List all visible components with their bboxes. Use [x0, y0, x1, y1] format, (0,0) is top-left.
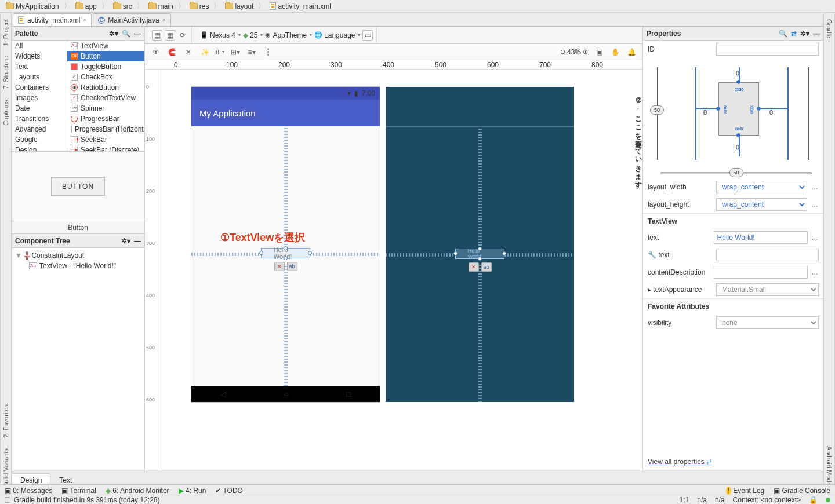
- widget-seekbar-d[interactable]: ┄●SeekBar (Discrete): [67, 145, 144, 151]
- widget-seekbar[interactable]: —●SeekBar: [67, 134, 144, 145]
- gear-icon[interactable]: ✲▾: [800, 30, 809, 38]
- more-icon[interactable]: …: [811, 268, 819, 276]
- selected-textview-bp[interactable]: Hello World!: [455, 249, 504, 259]
- device-preview[interactable]: ▾▮7:00 My Application Hello World! ✕ ab: [191, 87, 380, 402]
- crumb[interactable]: layout: [223, 2, 256, 10]
- widget-progressbar[interactable]: ProgressBar: [67, 114, 144, 124]
- selected-textview[interactable]: Hello World!: [261, 248, 310, 258]
- widget-radiobutton[interactable]: ◉RadioButton: [67, 82, 144, 93]
- widget-checkbox[interactable]: ✓CheckBox: [67, 72, 144, 82]
- text-tools-input[interactable]: [716, 249, 819, 261]
- palette-cat[interactable]: Layouts: [12, 72, 67, 82]
- crumb[interactable]: MyApplication: [3, 2, 61, 10]
- clear-constraints-icon[interactable]: ✕: [183, 47, 194, 57]
- design-surface-btn[interactable]: ▤: [152, 30, 162, 41]
- contentdescription-input[interactable]: [714, 266, 808, 279]
- palette-cat[interactable]: Widgets: [12, 51, 67, 61]
- delete-constraint-icon[interactable]: ✕: [469, 262, 479, 272]
- baseline-icon[interactable]: ab: [481, 262, 492, 272]
- crumb[interactable]: src: [111, 2, 135, 10]
- rail-android-model[interactable]: Android Model: [826, 446, 833, 487]
- android-monitor-tool[interactable]: ◆ 6: Android Monitor: [106, 487, 169, 495]
- more-icon[interactable]: …: [811, 183, 819, 191]
- more-icon[interactable]: …: [811, 200, 819, 209]
- messages-tool[interactable]: ▣ 0: Messages: [5, 487, 52, 495]
- event-log-tool[interactable]: ! Event Log: [726, 487, 765, 495]
- widget-progressbar-h[interactable]: ProgressBar (Horizontal): [67, 124, 144, 134]
- rail-captures[interactable]: Captures: [2, 100, 9, 126]
- widget-button[interactable]: OKButton: [67, 51, 144, 61]
- device-selector[interactable]: 📱 Nexus 4: [200, 31, 241, 39]
- view-all-properties-link[interactable]: View all properties ⇄: [643, 453, 823, 470]
- design-canvas[interactable]: ▾▮7:00 My Application Hello World! ✕ ab: [162, 70, 642, 470]
- infer-constraints-icon[interactable]: ✨: [199, 47, 210, 57]
- palette-cat[interactable]: Date: [12, 103, 67, 114]
- visibility-select[interactable]: none: [716, 316, 819, 329]
- more-icon[interactable]: …: [811, 233, 819, 242]
- variants-btn[interactable]: ▭: [362, 30, 373, 41]
- widget-textview[interactable]: AbTextView: [67, 41, 144, 51]
- delete-constraint-icon[interactable]: ✕: [274, 262, 285, 271]
- zoom-fit-icon[interactable]: ▣: [594, 47, 604, 57]
- run-tool[interactable]: ▶ 4: Run: [179, 487, 206, 495]
- pan-icon[interactable]: ✋: [610, 47, 620, 57]
- pack-icon[interactable]: ⊞▾: [230, 47, 241, 57]
- collapse-icon[interactable]: —: [813, 30, 820, 38]
- tree-child-textview[interactable]: AbTextView - "Hello World!": [13, 261, 143, 271]
- constraint-widget[interactable]: »»» ««« ««« »»» 0 0 0 0 50: [643, 61, 823, 177]
- textappearance-select[interactable]: Material.Small: [716, 283, 819, 296]
- palette-cat[interactable]: Transitions: [12, 114, 67, 124]
- gear-icon[interactable]: ✲▾: [109, 30, 118, 38]
- palette-cat[interactable]: Images: [12, 93, 67, 103]
- crumb[interactable]: app: [73, 2, 99, 10]
- default-margin[interactable]: 8: [216, 49, 224, 56]
- guideline-icon[interactable]: ┇: [263, 47, 273, 57]
- text-input[interactable]: [714, 231, 808, 244]
- gear-icon[interactable]: ✲▾: [121, 237, 130, 245]
- api-selector[interactable]: ◆25: [243, 31, 263, 39]
- bias-v-thumb[interactable]: 50: [650, 105, 664, 115]
- theme-selector[interactable]: ◉ AppTheme: [265, 31, 312, 39]
- palette-cat[interactable]: Containers: [12, 82, 67, 93]
- tree-root[interactable]: ▼╬ConstraintLayout: [13, 250, 143, 261]
- id-input[interactable]: [716, 43, 819, 56]
- palette-cat[interactable]: Advanced: [12, 124, 67, 134]
- bias-h-thumb[interactable]: 50: [729, 168, 743, 177]
- magnet-icon[interactable]: 🧲: [167, 47, 177, 57]
- language-selector[interactable]: 🌐 Language: [314, 31, 360, 39]
- rail-build-variants[interactable]: Build Variants: [2, 448, 9, 487]
- todo-tool[interactable]: ✔ TODO: [215, 487, 243, 495]
- palette-cat[interactable]: Google: [12, 134, 67, 145]
- layout-width-select[interactable]: wrap_content: [716, 181, 807, 193]
- notifications-icon[interactable]: 🔔: [626, 47, 637, 57]
- eye-icon[interactable]: 👁: [151, 47, 161, 57]
- blueprint-preview[interactable]: Hello World! ✕ ab: [386, 87, 574, 402]
- widget-togglebutton[interactable]: ToggleButton: [67, 61, 144, 72]
- rail-gradle[interactable]: Gradle: [826, 19, 833, 38]
- collapse-icon[interactable]: —: [134, 30, 141, 38]
- palette-cat[interactable]: All: [12, 41, 67, 51]
- palette-cat[interactable]: Design: [12, 145, 67, 151]
- rail-project[interactable]: 1: Project: [2, 19, 9, 46]
- close-icon[interactable]: ×: [162, 17, 166, 23]
- widget-spinner[interactable]: ▵▿Spinner: [67, 103, 144, 114]
- orientation-btn[interactable]: ⟳: [177, 30, 188, 41]
- lock-icon[interactable]: 🔒: [809, 496, 818, 504]
- crumb[interactable]: activity_main.xml: [267, 2, 333, 10]
- tab-activity-main[interactable]: activity_main.xml×: [13, 13, 92, 26]
- swap-icon[interactable]: ⇄: [791, 30, 797, 38]
- palette-cat[interactable]: Text: [12, 61, 67, 72]
- memory-indicator[interactable]: [826, 498, 830, 502]
- crumb[interactable]: main: [146, 2, 176, 10]
- crumb[interactable]: res: [187, 2, 212, 10]
- rail-structure[interactable]: 7: Structure: [2, 56, 9, 89]
- terminal-tool[interactable]: ▣ Terminal: [61, 487, 96, 495]
- search-icon[interactable]: 🔍: [122, 30, 130, 38]
- rail-favorites[interactable]: 2: Favorites: [2, 404, 9, 437]
- blueprint-surface-btn[interactable]: ▦: [165, 30, 175, 41]
- search-icon[interactable]: 🔍: [779, 30, 787, 38]
- align-icon[interactable]: ≡▾: [246, 47, 257, 57]
- baseline-icon[interactable]: ab: [287, 262, 297, 271]
- tab-mainactivity[interactable]: CMainActivity.java×: [93, 13, 170, 26]
- widget-checkedtextview[interactable]: ✓CheckedTextView: [67, 93, 144, 103]
